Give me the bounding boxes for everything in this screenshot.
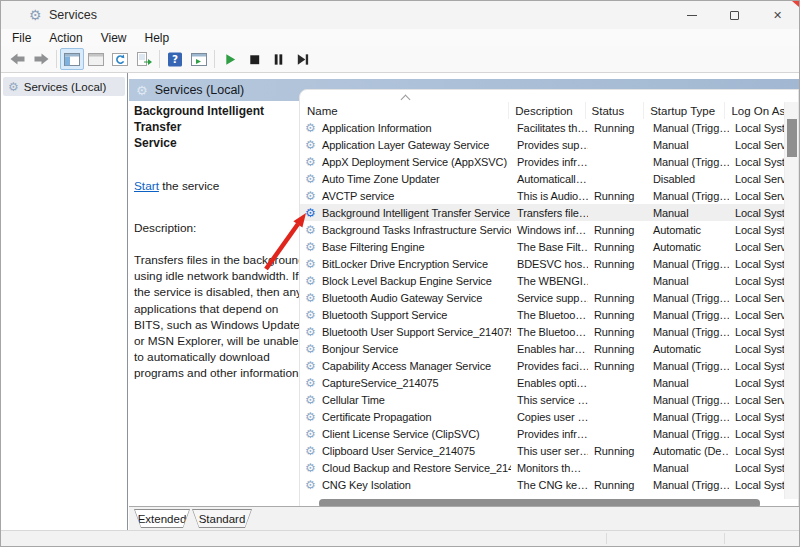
back-button[interactable] — [5, 48, 29, 70]
service-action-suffix: the service — [159, 179, 219, 193]
help-button[interactable]: ? — [163, 48, 187, 70]
toolbar: ? — [1, 46, 799, 73]
vertical-scrollbar-thumb[interactable] — [787, 119, 797, 157]
svg-text:?: ? — [172, 53, 178, 65]
show-action-pane-button[interactable] — [187, 48, 211, 70]
service-row[interactable]: ⚙AppX Deployment Service (AppXSVC)Provid… — [300, 153, 784, 170]
cell-description: The WBENGI… — [511, 275, 588, 287]
service-row[interactable]: ⚙Application InformationFacilitates th…R… — [300, 119, 784, 136]
service-row[interactable]: ⚙Background Tasks Infrastructure Service… — [300, 221, 784, 238]
cell-startup-type: Automatic — [647, 241, 729, 253]
service-row[interactable]: ⚙Certificate PropagationCopies user …Man… — [300, 408, 784, 425]
service-row[interactable]: ⚙Clipboard User Service_214075This user … — [300, 442, 784, 459]
cell-log-on-as: Local System — [729, 428, 784, 440]
cell-log-on-as: Local System — [729, 326, 784, 338]
service-gear-icon: ⚙ — [305, 257, 319, 271]
service-row[interactable]: ⚙AVCTP serviceThis is Audio…RunningManua… — [300, 187, 784, 204]
help-icon: ? — [167, 52, 183, 67]
maximize-button[interactable] — [713, 1, 756, 29]
cell-log-on-as: Local System — [729, 122, 784, 134]
service-row[interactable]: ⚙Background Intelligent Transfer Service… — [300, 204, 784, 221]
selected-service-title: Background Intelligent Transfer Service — [134, 103, 306, 151]
column-header-startup-type[interactable]: Startup Type — [644, 102, 725, 119]
column-header-name[interactable]: Name — [300, 102, 509, 119]
cell-startup-type: Manual (Trigg… — [647, 190, 729, 202]
menu-item-view[interactable]: View — [92, 30, 136, 46]
restart-service-button[interactable] — [290, 48, 314, 70]
cell-startup-type: Automatic — [647, 343, 729, 355]
service-row[interactable]: ⚙Client License Service (ClipSVC)Provide… — [300, 425, 784, 442]
service-row[interactable]: ⚙Auto Time Zone UpdaterAutomaticall…Disa… — [300, 170, 784, 187]
column-header-log-on-as[interactable]: Log On As — [725, 102, 784, 119]
service-gear-icon: ⚙ — [305, 274, 319, 288]
minimize-button[interactable] — [670, 1, 713, 29]
service-gear-icon: ⚙ — [305, 444, 319, 458]
cell-description: Provides infr… — [511, 428, 588, 440]
menu-item-action[interactable]: Action — [40, 30, 91, 46]
cell-startup-type: Manual (Trigg… — [647, 479, 729, 491]
menu-item-file[interactable]: File — [3, 30, 40, 46]
cell-name: Block Level Backup Engine Service — [319, 275, 511, 287]
sidebar-item-services-local[interactable]: ⚙ Services (Local) — [3, 77, 125, 96]
service-row[interactable]: ⚙Base Filtering EngineThe Base Filt…Runn… — [300, 238, 784, 255]
cell-name: Bonjour Service — [319, 343, 511, 355]
cell-startup-type: Manual — [647, 275, 729, 287]
cell-description: Enables opti… — [511, 377, 588, 389]
forward-button[interactable] — [29, 48, 53, 70]
service-gear-icon: ⚙ — [305, 172, 319, 186]
service-row[interactable]: ⚙Application Layer Gateway ServiceProvid… — [300, 136, 784, 153]
cell-log-on-as: Local Service — [729, 309, 784, 321]
service-row[interactable]: ⚙Bonjour ServiceEnables har…RunningAutom… — [300, 340, 784, 357]
service-gear-icon: ⚙ — [305, 478, 319, 492]
cell-log-on-as: Local Service — [729, 190, 784, 202]
tab-extended[interactable]: Extended — [134, 509, 190, 528]
cell-log-on-as: Local System — [729, 479, 784, 491]
service-row[interactable]: ⚙Block Level Backup Engine ServiceThe WB… — [300, 272, 784, 289]
cell-startup-type: Manual (Trigg… — [647, 309, 729, 321]
cell-startup-type: Manual (Trigg… — [647, 411, 729, 423]
cell-status: Running — [588, 122, 647, 134]
refresh-button[interactable] — [108, 48, 132, 70]
cell-description: The Bluetoo… — [511, 309, 588, 321]
service-gear-icon: ⚙ — [305, 410, 319, 424]
service-gear-icon: ⚙ — [305, 138, 319, 152]
description-text: Transfers files in the background using … — [134, 252, 306, 382]
vertical-scrollbar[interactable] — [784, 102, 798, 499]
cell-startup-type: Manual (Trigg… — [647, 292, 729, 304]
service-gear-icon: ⚙ — [305, 121, 319, 135]
service-gear-icon: ⚙ — [305, 325, 319, 339]
service-row[interactable]: ⚙CaptureService_214075Enables opti…Manua… — [300, 374, 784, 391]
show-console-tree-icon — [64, 52, 80, 67]
export-list-button[interactable] — [132, 48, 156, 70]
service-row[interactable]: ⚙CNG Key IsolationThe CNG ke…RunningManu… — [300, 476, 784, 493]
description-label: Description: — [134, 221, 306, 235]
cell-description: This service … — [511, 394, 588, 406]
service-row[interactable]: ⚙Bluetooth Audio Gateway ServiceService … — [300, 289, 784, 306]
service-row[interactable]: ⚙Cellular TimeThis service …Manual (Trig… — [300, 391, 784, 408]
service-gear-icon: ⚙ — [305, 189, 319, 203]
cell-status: Running — [588, 309, 647, 321]
cell-log-on-as: Local System — [729, 445, 784, 457]
pause-service-button[interactable] — [266, 48, 290, 70]
column-header-status[interactable]: Status — [586, 102, 645, 119]
start-service-link[interactable]: Start — [134, 179, 159, 193]
tab-label: Standard — [193, 510, 251, 527]
cell-status: Running — [588, 190, 647, 202]
column-header-description[interactable]: Description — [509, 102, 585, 119]
service-row[interactable]: ⚙BitLocker Drive Encryption ServiceBDESV… — [300, 255, 784, 272]
properties-button[interactable] — [84, 48, 108, 70]
stop-service-button[interactable] — [242, 48, 266, 70]
service-row[interactable]: ⚙Bluetooth Support ServiceThe Bluetoo…Ru… — [300, 306, 784, 323]
service-gear-icon: ⚙ — [305, 155, 319, 169]
list-header: NameDescriptionStatusStartup TypeLog On … — [300, 102, 784, 119]
show-console-tree-button[interactable] — [60, 48, 84, 70]
service-row[interactable]: ⚙Capability Access Manager ServiceProvid… — [300, 357, 784, 374]
tab-label: Extended — [135, 510, 189, 527]
start-service-button[interactable] — [218, 48, 242, 70]
service-row[interactable]: ⚙Bluetooth User Support Service_214075Th… — [300, 323, 784, 340]
cell-name: Background Intelligent Transfer Service — [319, 207, 511, 219]
close-button[interactable]: ✕ — [756, 1, 799, 29]
tab-standard[interactable]: Standard — [192, 509, 252, 528]
menu-item-help[interactable]: Help — [136, 30, 179, 46]
service-row[interactable]: ⚙Cloud Backup and Restore Service_214…Mo… — [300, 459, 784, 476]
